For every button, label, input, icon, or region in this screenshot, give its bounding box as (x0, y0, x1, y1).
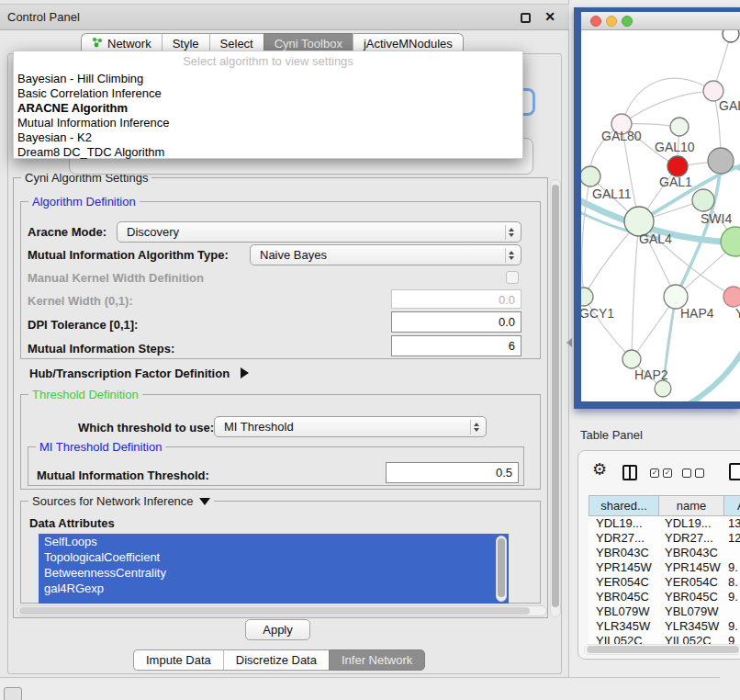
table-cell: YBL079W (589, 604, 659, 619)
table-cell: YLR345W (659, 619, 724, 634)
network-node[interactable] (670, 118, 689, 136)
algorithm-option[interactable]: Bayesian - Hill Climbing (14, 72, 522, 86)
split-pane-collapse-arrow[interactable] (566, 338, 572, 347)
document-icon[interactable] (729, 463, 740, 480)
checked-box-icon: ✓ (650, 469, 659, 478)
table-cell: YIL052C (659, 634, 724, 644)
algorithm-dropdown-popup: Select algorithm to view settings Bayesi… (13, 51, 523, 159)
mi-steps-label: Mutual Information Steps: (28, 342, 174, 356)
table-row[interactable]: YPR145WYPR145W9. (589, 560, 740, 575)
group-title: Threshold Definition (28, 388, 142, 401)
column-header-shared-name[interactable]: shared... (589, 495, 659, 516)
minimized-panel-tab[interactable] (4, 687, 22, 700)
column-layout-icon[interactable] (622, 465, 637, 480)
table-cell: YBR045C (589, 590, 659, 604)
algorithm-option[interactable]: Basic Correlation Inference (14, 86, 522, 101)
kernel-width-field[interactable]: 0.0 (391, 289, 521, 309)
attributes-list-scrollbar[interactable] (496, 536, 507, 602)
algorithm-option[interactable]: Dream8 DC_TDC Algorithm (14, 145, 522, 160)
stepper-icon (505, 225, 517, 240)
column-header-partial[interactable]: A (724, 495, 740, 516)
algorithm-option[interactable]: Bayesian - K2 (14, 130, 522, 145)
table-cell: YER054C (659, 575, 724, 590)
network-node[interactable] (692, 189, 714, 211)
network-canvas[interactable]: GALGAL80GAL10GAL1GAL11SWI4GAL4GCY1HAP4YH… (581, 30, 740, 401)
table-row[interactable]: YLR345WYLR345W9. (589, 619, 740, 634)
unchecked-box-icon (682, 469, 691, 478)
table-row[interactable]: YBR045CYBR045C9. (589, 590, 740, 604)
dpi-tolerance-label: DPI Tolerance [0,1]: (28, 318, 138, 332)
network-node-label: GCY1 (581, 306, 614, 321)
table-row[interactable]: YDR27...YDR27...12 (589, 531, 740, 546)
table-cell: YER054C (589, 575, 659, 590)
network-view-window[interactable]: GALGAL80GAL10GAL1GAL11SWI4GAL4GCY1HAP4YH… (574, 7, 740, 409)
aracne-mode-select[interactable]: Discovery (117, 221, 521, 243)
table-panel-title: Table Panel (580, 428, 643, 442)
network-node[interactable] (721, 227, 740, 256)
settings-vertical-scrollbar[interactable] (550, 179, 561, 617)
deselect-all-checkboxes-icon[interactable] (682, 469, 704, 478)
network-node[interactable] (708, 148, 734, 174)
mi-threshold-label: Mutual Information Threshold: (37, 469, 209, 482)
network-node[interactable] (723, 287, 740, 307)
table-cell: YBL079W (659, 604, 724, 619)
network-node-label: Y (735, 306, 740, 321)
sources-group-title[interactable]: Sources for Network Inference (28, 494, 214, 508)
manual-kernel-checkbox[interactable] (506, 271, 519, 284)
algorithm-option[interactable]: ARACNE Algorithm (14, 101, 522, 116)
network-node[interactable] (655, 380, 671, 397)
close-panel-icon[interactable]: ✕ (544, 9, 555, 24)
settings-horizontal-scrollbar[interactable] (17, 605, 547, 616)
select-all-checkboxes-icon[interactable]: ✓ ✓ (650, 469, 672, 478)
table-row[interactable]: YBL079WYBL079W (589, 604, 740, 619)
tab-impute-data[interactable]: Impute Data (133, 649, 223, 671)
network-node[interactable] (622, 350, 641, 368)
dropdown-placeholder: Select algorithm to view settings (14, 51, 522, 72)
network-node[interactable] (581, 166, 600, 186)
table-row[interactable]: YIL052CYIL052C9 (589, 634, 740, 644)
which-threshold-select[interactable]: MI Threshold (214, 416, 487, 437)
float-panel-icon[interactable] (521, 13, 531, 23)
table-row[interactable]: YDL19...YDL19...13 (589, 516, 740, 531)
mi-algorithm-type-select[interactable]: Naive Bayes (250, 244, 521, 265)
table-cell: 9. (724, 560, 740, 575)
gear-icon[interactable]: ⚙ (592, 461, 607, 478)
attribute-list-item[interactable]: gal4RGexp (39, 581, 509, 596)
tab-infer-network[interactable]: Infer Network (329, 649, 425, 671)
table-row[interactable]: YBR043CYBR043C (589, 546, 740, 560)
network-node[interactable] (723, 30, 739, 42)
data-attributes-list[interactable]: SelfLoopsTopologicalCoefficientBetweenne… (39, 534, 509, 604)
zoom-traffic-light-icon[interactable] (622, 16, 633, 27)
tab-discretize-data[interactable]: Discretize Data (223, 649, 329, 671)
network-node-label: GAL (719, 98, 740, 113)
column-header-name[interactable]: name (659, 495, 724, 516)
table-body: YDL19...YDL19...13YDR27...YDR27...12YBR0… (589, 516, 740, 644)
table-cell: YIL052C (589, 634, 659, 644)
mi-type-label: Mutual Information Algorithm Type: (28, 248, 229, 262)
table-cell: YPR145W (659, 560, 724, 575)
attribute-list-item[interactable]: BetweennessCentrality (39, 565, 509, 581)
hub-definition-toggle[interactable]: Hub/Transcription Factor Definition (29, 367, 249, 380)
attribute-list-item-partial[interactable] (39, 596, 509, 604)
table-row[interactable]: YER054CYER054C8. (589, 575, 740, 590)
network-node[interactable] (667, 156, 688, 176)
attribute-list-item[interactable]: SelfLoops (39, 534, 509, 549)
dpi-tolerance-field[interactable]: 0.0 (391, 311, 521, 333)
table-header-row: shared... name A (589, 495, 740, 516)
table-cell: YBR043C (659, 546, 724, 560)
network-node-label: GAL80 (601, 129, 642, 143)
stepper-icon (505, 248, 517, 263)
algorithm-option[interactable]: Mutual Information Inference (14, 116, 522, 130)
table-cell: YDR27... (659, 531, 724, 546)
network-node[interactable] (581, 288, 593, 306)
table-cell: 8. (724, 575, 740, 590)
close-traffic-light-icon[interactable] (590, 16, 601, 27)
minimize-traffic-light-icon[interactable] (606, 16, 617, 27)
table-horizontal-scrollbar[interactable] (584, 644, 740, 655)
mi-steps-field[interactable]: 6 (391, 335, 521, 356)
mi-threshold-field[interactable]: 0.5 (386, 462, 519, 483)
tab-label: Network (107, 37, 151, 51)
screen: Control Panel ✕ Network Style Select Cyn… (0, 0, 740, 700)
apply-button[interactable]: Apply (245, 619, 310, 640)
attribute-list-item[interactable]: TopologicalCoefficient (39, 549, 509, 565)
